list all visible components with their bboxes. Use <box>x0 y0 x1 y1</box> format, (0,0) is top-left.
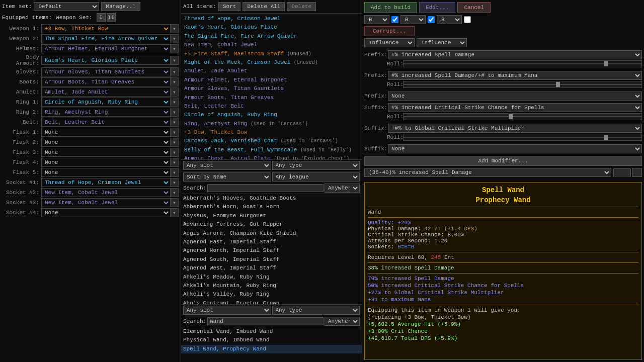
socket4-select[interactable]: None <box>41 208 171 217</box>
belt-select[interactable]: Belt, Leather Belt <box>41 118 171 127</box>
slot-filter-select[interactable]: Any slot <box>183 161 271 170</box>
rarity-select-3[interactable]: B <box>437 15 462 24</box>
socket1-select[interactable]: Thread of Hope, Crimson Jewel <box>41 178 171 187</box>
base-wand-item[interactable]: Physical Wand, Imbued Wand <box>181 336 362 344</box>
list-item[interactable]: Armour Boots, Titan Greaves <box>182 94 361 102</box>
search-input[interactable] <box>207 184 324 192</box>
base-item[interactable]: Abberrath's Horn, Goat's Horn <box>181 203 362 211</box>
base-item[interactable]: Abberrath's Hooves, Goathide Boots <box>181 194 362 203</box>
body-select[interactable]: Kaom's Heart, Glorious Plate <box>41 56 171 65</box>
list-item[interactable]: Carcass Jack, Varnished Coat (Used in 'C… <box>182 137 361 145</box>
enchant-min-input[interactable] <box>613 168 631 176</box>
cancel-button[interactable]: Cancel <box>457 2 491 13</box>
base-search-input[interactable] <box>207 317 324 325</box>
prefix-1-select[interactable]: #% increased Spell Damage <box>388 50 642 59</box>
rarity-check-2[interactable] <box>428 16 435 23</box>
base-item[interactable]: Agnerod East, Imperial Staff <box>181 238 362 246</box>
manage-button[interactable]: Manage... <box>101 2 140 11</box>
flask3-select[interactable]: None <box>41 148 171 157</box>
socket3-arrow[interactable]: ▼ <box>171 198 179 207</box>
list-item[interactable]: Armour Gloves, Titan Gauntlets <box>182 84 361 93</box>
sort-button[interactable]: Sort <box>218 2 240 11</box>
weapon-set-1-button[interactable]: I <box>97 13 106 22</box>
list-item[interactable]: +3 Bow, Thicket Bow <box>182 128 361 137</box>
league-select[interactable]: Any league <box>272 172 360 182</box>
flask4-arrow[interactable]: ▼ <box>171 158 179 167</box>
amulet-select[interactable]: Amulet, Jade Amulet <box>41 87 171 97</box>
list-item[interactable]: New Item, Cobalt Jewel <box>182 41 361 49</box>
gloves-arrow[interactable]: ▼ <box>171 67 179 76</box>
socket1-arrow[interactable]: ▼ <box>171 178 179 187</box>
flask1-arrow[interactable]: ▼ <box>171 128 179 137</box>
boots-select[interactable]: Armour Boots, Titan Greaves <box>41 77 171 86</box>
helmet-arrow[interactable]: ▼ <box>171 44 179 53</box>
rarity-select-2[interactable]: B <box>400 15 426 24</box>
suffix-2-slider[interactable] <box>403 134 642 141</box>
flask5-arrow[interactable]: ▼ <box>171 168 179 177</box>
list-item[interactable]: +5 Fire Staff, Maelstrom Staff (Unused) <box>182 50 361 58</box>
influence-select-1[interactable]: Influence <box>364 38 415 47</box>
body-arrow[interactable]: ▼ <box>171 56 179 65</box>
base-wand-item[interactable]: Spell Wand, Prophecy Wand <box>181 345 362 353</box>
base-slot-filter[interactable]: Any slot <box>183 306 271 315</box>
flask2-select[interactable]: None <box>41 138 171 147</box>
weapon-set-2-button[interactable]: II <box>107 13 116 22</box>
flask2-arrow[interactable]: ▼ <box>171 138 179 147</box>
ring1-select[interactable]: Circle of Anguish, Ruby Ring <box>41 98 171 107</box>
socket3-select[interactable]: New Item, Cobalt Jewel <box>41 198 171 207</box>
list-item[interactable]: Belly of the Beast, Full Wyrmscale (Used… <box>182 146 361 154</box>
type-filter-select[interactable]: Any type <box>272 161 360 170</box>
base-item[interactable]: Agnerod West, Imperial Staff <box>181 264 362 273</box>
item-set-select[interactable]: Default <box>34 2 99 11</box>
delete-button[interactable]: Delete <box>287 2 316 11</box>
suffix-3-select[interactable]: None <box>388 144 642 153</box>
flask5-select[interactable]: None <box>41 168 171 177</box>
prefix-2-slider[interactable] <box>403 81 642 88</box>
base-item[interactable]: Advancing Fortress, Gut Ripper <box>181 220 362 229</box>
list-item[interactable]: The Signal Fire, Fire Arrow Quiver <box>182 32 361 41</box>
helmet-select[interactable]: Armour Helmet, Eternal Burgonet <box>41 44 171 53</box>
ring2-arrow[interactable]: ▼ <box>171 108 179 117</box>
add-to-build-button[interactable]: Add to build <box>364 2 417 13</box>
base-item[interactable]: Ahkeli's Valley, Ruby Ring <box>181 290 362 299</box>
belt-arrow[interactable]: ▼ <box>171 118 179 127</box>
rarity-check-1[interactable] <box>391 16 398 23</box>
delete-all-button[interactable]: Delete All <box>243 2 285 11</box>
base-item[interactable]: Agnerod South, Imperial Staff <box>181 255 362 264</box>
suffix-2-select[interactable]: +#% to Global Critical Strike Multiplier <box>388 124 642 133</box>
list-item[interactable]: Ring, Amethyst Ring (Used in 'Carcass') <box>182 120 361 128</box>
socket2-arrow[interactable]: ▼ <box>171 188 179 197</box>
rarity-check-3[interactable] <box>464 16 471 23</box>
edit-button[interactable]: Edit... <box>419 2 455 13</box>
rarity-select-1[interactable]: B <box>364 15 389 24</box>
boots-arrow[interactable]: ▼ <box>171 77 179 86</box>
prefix-1-slider[interactable] <box>403 60 642 67</box>
base-item[interactable]: Abyssus, Ezomyte Burgonet <box>181 212 362 220</box>
enchant-select[interactable]: (36-40)% increased Spell Damage <box>364 168 611 177</box>
sort-by-select[interactable]: Sort by Name <box>183 172 271 182</box>
weapon2-select[interactable]: The Signal Fire, Fire Arrow Quiver <box>41 34 171 43</box>
list-item[interactable]: Belt, Leather Belt <box>182 102 361 111</box>
base-wand-item[interactable]: Elemental Wand, Imbued Wand <box>181 327 362 336</box>
list-item[interactable]: Armour Chest, Astral Plate (Used in 'Exp… <box>182 154 361 159</box>
base-item[interactable]: Ahkeli's Meadow, Ruby Ring <box>181 273 362 282</box>
base-item[interactable]: Ahn's Contempt, Praetor Crown <box>181 299 362 304</box>
corrupt-button[interactable]: Corrupt... <box>364 26 415 36</box>
base-item[interactable]: Ahkeli's Mountain, Ruby Ring <box>181 282 362 290</box>
list-item[interactable]: Armour Helmet, Eternal Burgonet <box>182 76 361 84</box>
list-item[interactable]: Kaom's Heart, Glorious Plate <box>182 23 361 32</box>
base-item[interactable]: Agnerod North, Imperial Staff <box>181 246 362 255</box>
ring1-arrow[interactable]: ▼ <box>171 98 179 107</box>
amulet-arrow[interactable]: ▼ <box>171 87 179 97</box>
base-type-filter[interactable]: Any type <box>272 306 360 315</box>
influence-select-2[interactable]: Influence <box>417 38 467 47</box>
base-item[interactable]: Aegis Aurora, Champion Kite Shield <box>181 229 362 238</box>
socket2-select[interactable]: New Item, Cobalt Jewel <box>41 188 171 197</box>
base-anywhere-select[interactable]: Anywhere <box>325 317 360 326</box>
gloves-select[interactable]: Armour Gloves, Titan Gauntlets <box>41 67 171 76</box>
flask4-select[interactable]: None <box>41 158 171 167</box>
enchant-color-swatch[interactable] <box>632 168 642 177</box>
socket4-arrow[interactable]: ▼ <box>171 208 179 217</box>
list-item[interactable]: Circle of Anguish, Ruby Ring <box>182 111 361 119</box>
prefix-2-select[interactable]: #% increased Spell Damage/+# to maximum … <box>388 71 642 80</box>
